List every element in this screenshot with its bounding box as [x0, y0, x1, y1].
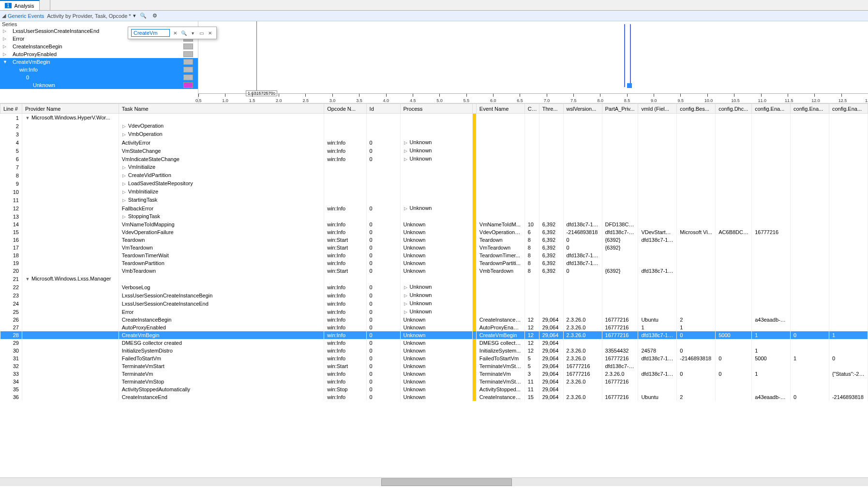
e1-cell [752, 221, 791, 228]
column-header[interactable]: C... [524, 104, 539, 114]
table-row[interactable]: 23 LxssUserSessionCreateInstanceBeginwin… [0, 291, 868, 299]
expand-icon[interactable]: ▷ [3, 43, 8, 50]
table-row[interactable]: 5 VmStateChangewin:Info0▷ Unknown [0, 147, 868, 155]
table-row[interactable]: 16 Teardownwin:Start0 UnknownTeardown86,… [0, 236, 868, 244]
find-options-icon[interactable]: ▾ [189, 30, 196, 36]
expand-icon[interactable]: ▼ [3, 58, 8, 66]
series-item[interactable]: 0 [0, 74, 198, 81]
table-row[interactable]: 32 TerminateVmStartwin:Start0 UnknownTer… [0, 362, 868, 370]
column-header[interactable]: Thre... [539, 104, 563, 114]
cb-cell [677, 138, 716, 147]
column-header[interactable]: config.Ena... [829, 104, 868, 114]
search-icon[interactable]: 🔍 [139, 12, 148, 20]
table-row[interactable]: 26 CreateInstanceBeginwin:Info0 UnknownC… [0, 316, 868, 324]
column-header[interactable]: wslVersion... [563, 104, 602, 114]
series-item[interactable]: ▷CreateInstanceBegin [0, 43, 198, 50]
id-cell [366, 163, 400, 171]
expand-icon[interactable]: ▷ [3, 27, 8, 35]
column-header[interactable]: PartA_Priv... [602, 104, 638, 114]
dh-cell [716, 122, 752, 130]
find-highlight-icon[interactable]: ▭ [198, 30, 205, 36]
ruler-tick: 7.5 [570, 98, 577, 103]
column-header[interactable]: config.Ena... [752, 104, 791, 114]
table-row[interactable]: 4 ActivityErrorwin:Info0▷ Unknown [0, 138, 868, 147]
preset-dropdown-icon[interactable]: ▾ [133, 13, 136, 19]
e2-cell: 0 [791, 393, 829, 401]
table-row[interactable]: 8▷ CreateVidPartition [0, 171, 868, 179]
cb-cell [677, 244, 716, 251]
new-tab-placeholder[interactable] [40, 0, 50, 10]
event-grid-scroll[interactable]: Line #Provider NameTask NameOpcode N...I… [0, 104, 868, 477]
column-header[interactable]: Id [366, 104, 400, 114]
horizontal-scrollbar[interactable] [0, 477, 868, 486]
generic-events-link[interactable]: Generic Events [8, 13, 44, 19]
ev-cell: TeardownTimer... [476, 251, 524, 259]
table-row[interactable]: 22 VerboseLogwin:Info0▷ Unknown [0, 283, 868, 291]
expand-icon[interactable]: ▷ [3, 50, 8, 58]
table-row[interactable]: 20 VmbTeardownwin:Start0 UnknownVmbTeard… [0, 267, 868, 275]
table-row[interactable]: 3▷ VmbOperation [0, 130, 868, 138]
table-row[interactable]: 27 AutoProxyEnabledwin:Info0 UnknownAuto… [0, 324, 868, 331]
provider-cell [22, 362, 119, 370]
table-row[interactable]: 9▷ LoadSavedStateRepository [0, 179, 868, 188]
column-header[interactable] [473, 104, 476, 114]
series-item[interactable]: ▷AutoProxyEnabled [0, 50, 198, 58]
column-header[interactable]: Task Name [119, 104, 324, 114]
thr-cell: 6,392 [539, 259, 563, 267]
column-header[interactable]: config.Dhc... [716, 104, 752, 114]
column-header[interactable]: Opcode N... [324, 104, 366, 114]
preset-settings-icon[interactable]: ⚙ [150, 12, 159, 20]
table-row[interactable]: 12 FallbackErrorwin:Info0▷ Unknown [0, 204, 868, 212]
table-row[interactable]: 1▼ Microsoft.Windows.HyperV.Wor... [0, 114, 868, 122]
table-row[interactable]: 29 DMESG collector createdwin:Info0 Unkn… [0, 339, 868, 347]
toolbar-expander-icon[interactable]: ◢ [2, 13, 6, 19]
find-input[interactable] [131, 29, 170, 37]
series-item[interactable]: ▼CreateVmBegin [0, 58, 198, 66]
series-item[interactable]: Unknown [0, 81, 198, 89]
analysis-tab[interactable]: 1 Analysis [0, 0, 40, 10]
find-close-icon[interactable]: ✕ [207, 30, 213, 36]
find-go-icon[interactable]: 🔍 [180, 30, 187, 36]
task-cell [119, 114, 324, 122]
table-row[interactable]: 19 TeardownPartitionwin:Info0 UnknownTea… [0, 259, 868, 267]
table-row[interactable]: 7▷ VmInitialize [0, 163, 868, 171]
column-header[interactable]: Event Name [476, 104, 524, 114]
table-row[interactable]: 10▷ VmbInitialize [0, 188, 868, 196]
column-header[interactable]: Process [400, 104, 473, 114]
series-item[interactable]: win:Info [0, 66, 198, 74]
id-cell: 0 [366, 155, 400, 163]
opcode-cell [324, 275, 366, 283]
table-row[interactable]: 28 CreateVmBeginwin:Info0 UnknownCreateV… [0, 331, 868, 339]
time-cursor[interactable] [256, 21, 257, 93]
expand-icon[interactable]: ▷ [3, 35, 8, 43]
column-header[interactable]: config.Bes... [677, 104, 716, 114]
table-row[interactable]: 6 VmIndicateStateChangewin:Info0▷ Unknow… [0, 155, 868, 163]
table-row[interactable]: 24 LxssUserSessionCreateInstanceEndwin:I… [0, 299, 868, 308]
table-row[interactable]: 13▷ StoppingTask [0, 212, 868, 221]
thr-cell [539, 291, 563, 299]
scrollbar-thumb[interactable] [381, 478, 512, 486]
table-row[interactable]: 35 ActivityStoppedAutomaticallywin:Stop0… [0, 385, 868, 393]
e3-cell [829, 259, 868, 267]
find-clear-icon[interactable]: ✕ [172, 30, 179, 36]
table-row[interactable]: 11▷ StartingTask [0, 196, 868, 204]
table-row[interactable]: 18 TeardownTimerWaitwin:Info0 UnknownTea… [0, 251, 868, 259]
timeline-graph[interactable]: 1.631572579s 0.51.01.52.02.53.03.54.04.5… [198, 21, 868, 103]
event-marker [624, 24, 625, 87]
column-header[interactable]: Line # [0, 104, 22, 114]
table-row[interactable]: 14 VmNameToIdMappingwin:Info0 UnknownVmN… [0, 221, 868, 228]
table-row[interactable]: 15 VdevOperationFailurewin:Info0 Unknown… [0, 228, 868, 236]
e2-cell [791, 130, 829, 138]
table-row[interactable]: 34 TerminateVmStopwin:Info0 UnknownTermi… [0, 378, 868, 385]
table-row[interactable]: 21▼ Microsoft.Windows.Lxss.Manager [0, 275, 868, 283]
column-header[interactable]: Provider Name [22, 104, 119, 114]
column-header[interactable]: vmId (Fiel... [638, 104, 677, 114]
table-row[interactable]: 17 VmTeardownwin:Start0 UnknownVmTeardow… [0, 244, 868, 251]
table-row[interactable]: 33 TerminateVmwin:Info0 UnknownTerminate… [0, 370, 868, 378]
table-row[interactable]: 30 InitializeSystemDistrowin:Info0 Unkno… [0, 347, 868, 355]
column-header[interactable]: config.Ena... [791, 104, 829, 114]
table-row[interactable]: 31 FailedToStartVmwin:Info0 UnknownFaile… [0, 355, 868, 362]
table-row[interactable]: 2▷ VdevOperation [0, 122, 868, 130]
table-row[interactable]: 25 Errorwin:Info0▷ Unknown [0, 308, 868, 316]
table-row[interactable]: 36 CreateInstanceEndwin:Info0 UnknownCre… [0, 393, 868, 401]
